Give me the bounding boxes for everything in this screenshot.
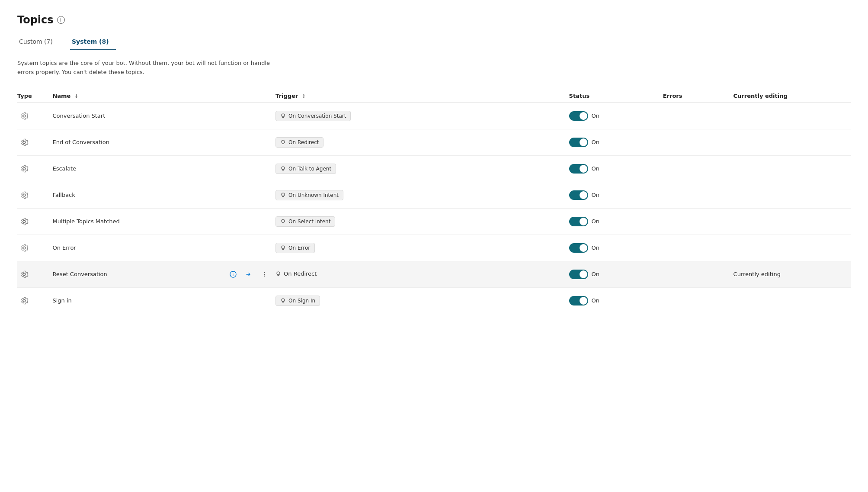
cell-name: Multiple Topics Matched [52,208,275,235]
topic-name: Conversation Start [52,113,270,119]
cell-name: Sign in [52,287,275,314]
status-toggle[interactable] [569,217,588,226]
cell-status: On [569,235,663,261]
info-action-icon[interactable]: i [227,268,239,280]
cell-type [17,208,52,235]
col-header-type: Type [17,89,52,103]
cell-trigger: On Conversation Start [275,103,569,129]
trigger-bulb-icon [280,219,286,224]
status-toggle-wrap: On [569,190,658,200]
cell-status: On [569,129,663,155]
status-toggle-wrap: On [569,164,658,174]
topic-name: Escalate [52,165,270,172]
trigger-bulb-icon [280,192,286,198]
table-row: On Error On Error On [17,235,851,261]
status-label: On [592,271,599,277]
cell-status: On [569,261,663,287]
trigger-label: On Error [288,245,310,251]
trigger-label: On Unknown Intent [288,192,339,198]
status-toggle-wrap: On [569,270,658,279]
cell-name: Conversation Start [52,103,275,129]
cell-currently-editing [733,208,851,235]
svg-point-8 [264,272,265,273]
status-label: On [592,165,599,172]
status-toggle-wrap: On [569,243,658,253]
svg-point-3 [282,193,285,196]
topic-type-icon [17,109,31,123]
status-toggle[interactable] [569,270,588,279]
cell-errors [663,208,733,235]
trigger-label: On Sign In [288,298,315,304]
cell-type [17,261,52,287]
col-header-trigger[interactable]: Trigger ↕ [275,89,569,103]
trigger-bulb-icon [275,271,281,277]
cell-trigger: On Error [275,235,569,261]
cell-trigger: On Talk to Agent [275,155,569,182]
trigger-badge: On Redirect [275,137,323,148]
svg-text:i: i [233,273,234,277]
cell-currently-editing [733,103,851,129]
status-label: On [592,297,599,304]
cell-currently-editing [733,155,851,182]
status-toggle[interactable] [569,164,588,174]
topic-name: Multiple Topics Matched [52,218,270,225]
svg-point-12 [282,299,285,302]
topic-type-icon [17,267,31,281]
trigger-badge: On Error [275,243,315,253]
more-action-icon[interactable] [258,268,270,280]
trigger-bulb-icon [280,245,286,251]
svg-point-0 [282,114,285,117]
table-row: Escalate On Talk to Agent On [17,155,851,182]
trigger-badge: On Unknown Intent [275,190,343,200]
status-toggle[interactable] [569,243,588,253]
name-sort-icon: ↓ [74,93,78,99]
status-toggle-wrap: On [569,296,658,305]
page-title: Topics [17,14,54,26]
status-toggle[interactable] [569,138,588,147]
status-label: On [592,139,599,145]
status-toggle[interactable] [569,111,588,121]
status-toggle[interactable] [569,190,588,200]
trigger-badge: On Select Intent [275,216,335,227]
cell-type [17,287,52,314]
topic-name: End of Conversation [52,139,270,145]
cell-trigger: On Redirect [275,129,569,155]
status-toggle[interactable] [569,296,588,305]
tab-system[interactable]: System (8) [70,35,116,50]
redirect-action-icon[interactable] [243,268,255,280]
col-header-errors: Errors [663,89,733,103]
tab-bar: Custom (7) System (8) [17,35,851,50]
page-container: Topics i Custom (7) System (8) System to… [0,0,868,328]
cell-currently-editing [733,235,851,261]
table-row: Sign in On Sign In On [17,287,851,314]
cell-currently-editing: Currently editing [733,261,851,287]
topic-type-icon [17,241,31,255]
trigger-sort-icon: ↕ [302,93,306,99]
cell-errors [663,155,733,182]
page-info-icon[interactable]: i [57,16,65,24]
cell-name: Fallback [52,182,275,208]
trigger-bulb-icon [280,139,286,145]
cell-status: On [569,103,663,129]
cell-status: On [569,182,663,208]
trigger-badge: On Talk to Agent [275,164,336,174]
page-title-row: Topics i [17,14,851,26]
cell-type [17,103,52,129]
col-header-name[interactable]: Name ↓ [52,89,275,103]
cell-currently-editing [733,182,851,208]
cell-errors [663,235,733,261]
trigger-label: On Redirect [288,139,319,145]
cell-trigger: On Sign In [275,287,569,314]
topic-type-icon [17,135,31,149]
cell-errors [663,103,733,129]
trigger-plain: On Redirect [275,270,317,277]
trigger-badge: On Conversation Start [275,111,351,121]
trigger-bulb-icon [280,166,286,171]
topic-name: Sign in [52,297,270,304]
trigger-label: On Talk to Agent [288,166,331,172]
svg-point-9 [264,273,265,274]
col-header-currently-editing: Currently editing [733,89,851,103]
tab-custom[interactable]: Custom (7) [17,35,60,50]
topic-name: Fallback [52,192,270,198]
status-label: On [592,244,599,251]
